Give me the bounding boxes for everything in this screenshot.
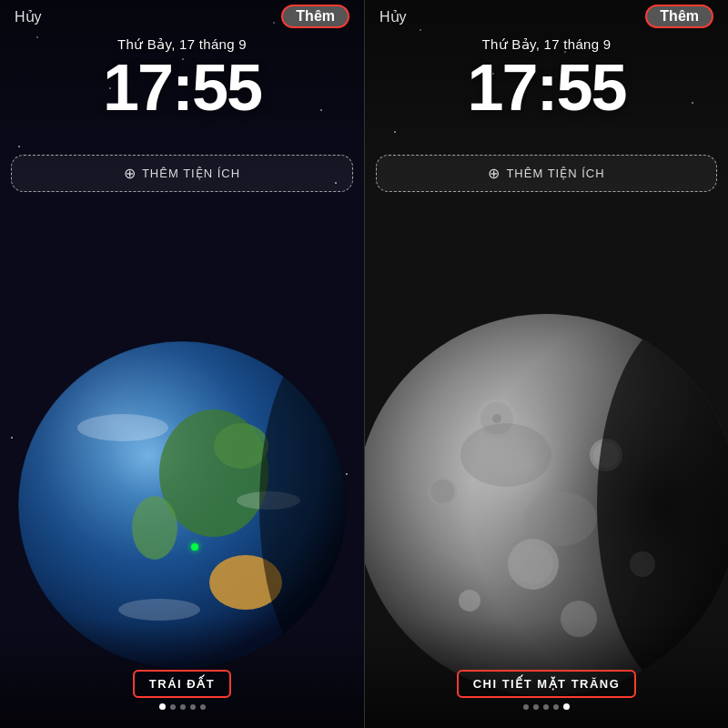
location-dot xyxy=(191,543,198,551)
dots-row-right xyxy=(523,703,570,710)
bottom-label-right: CHI TIẾT MẶT TRĂNG xyxy=(365,670,728,710)
datetime-area-right: Thứ Bảy, 17 tháng 9 17:55 xyxy=(365,36,728,120)
add-button-right[interactable]: Thêm xyxy=(645,5,713,28)
svg-point-21 xyxy=(513,544,553,584)
widget-area-left: ⊕ THÊM TIỆN ÍCH xyxy=(11,155,353,192)
widget-area-right: ⊕ THÊM TIỆN ÍCH xyxy=(376,155,717,192)
add-widget-button-left[interactable]: ⊕ THÊM TIỆN ÍCH xyxy=(11,155,353,192)
top-bar-right: Hủy Thêm xyxy=(365,0,728,33)
earth-background xyxy=(14,337,350,673)
wallpaper-name-left: TRÁI ĐẤT xyxy=(133,670,231,698)
add-widget-label-right: THÊM TIỆN ÍCH xyxy=(506,167,604,180)
left-panel: Hủy Thêm Thứ Bảy, 17 tháng 9 17:55 ⊕ THÊ… xyxy=(0,0,364,728)
datetime-area-left: Thứ Bảy, 17 tháng 9 17:55 xyxy=(0,36,364,120)
dot-1-right xyxy=(523,704,529,710)
bottom-label-left: TRÁI ĐẤT xyxy=(0,670,364,710)
dot-2-left xyxy=(170,704,176,710)
time-right: 17:55 xyxy=(365,55,728,120)
cancel-button-left[interactable]: Hủy xyxy=(15,8,42,25)
svg-point-28 xyxy=(524,491,597,546)
dot-3-right xyxy=(543,704,549,710)
right-panel: Hủy Thêm Thứ Bảy, 17 tháng 9 17:55 ⊕ THÊ… xyxy=(364,0,728,728)
plus-icon-left: ⊕ xyxy=(124,165,136,182)
dot-2-right xyxy=(533,704,539,710)
svg-point-25 xyxy=(561,601,597,637)
dot-3-left xyxy=(180,704,186,710)
dot-5-right xyxy=(563,703,570,710)
top-bar-left: Hủy Thêm xyxy=(0,0,364,33)
svg-point-17 xyxy=(492,414,501,423)
time-left: 17:55 xyxy=(0,55,364,120)
add-widget-label-left: THÊM TIỆN ÍCH xyxy=(142,167,240,180)
dot-5-left xyxy=(200,704,206,710)
add-widget-button-right[interactable]: ⊕ THÊM TIỆN ÍCH xyxy=(376,155,717,192)
svg-point-19 xyxy=(430,480,454,503)
add-button-left[interactable]: Thêm xyxy=(281,5,349,28)
wallpaper-name-right: CHI TIẾT MẶT TRĂNG xyxy=(457,670,637,698)
dot-4-right xyxy=(553,704,559,710)
cancel-button-right[interactable]: Hủy xyxy=(379,8,407,25)
dot-4-left xyxy=(190,704,196,710)
dots-row-left xyxy=(159,703,206,710)
svg-point-27 xyxy=(460,423,551,487)
plus-icon-right: ⊕ xyxy=(488,165,500,182)
dot-1-left xyxy=(159,703,166,710)
svg-point-24 xyxy=(459,590,480,612)
moon-background xyxy=(364,309,728,701)
